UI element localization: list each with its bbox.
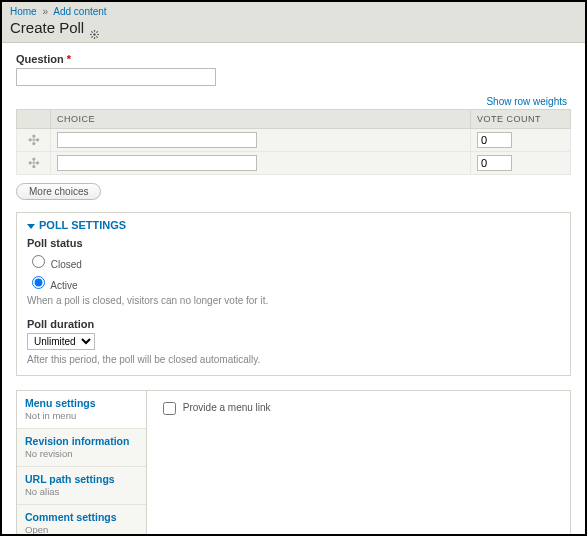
table-row: ✣ — [17, 129, 571, 152]
status-closed-radio[interactable] — [32, 255, 45, 268]
more-choices-button[interactable]: More choices — [16, 183, 101, 200]
th-choice: CHOICE — [51, 110, 471, 129]
tab-summary: Open — [25, 524, 138, 535]
required-marker: * — [67, 53, 71, 65]
poll-settings-legend-text: POLL SETTINGS — [39, 219, 126, 231]
choice-input[interactable] — [57, 132, 257, 148]
vertical-tab-pane: Provide a menu link — [147, 391, 570, 536]
status-active-radio[interactable] — [32, 276, 45, 289]
vote-count-input[interactable] — [477, 155, 512, 171]
breadcrumb: Home » Add content — [10, 6, 577, 17]
status-closed-label: Closed — [51, 259, 82, 270]
poll-settings-legend[interactable]: POLL SETTINGS — [27, 219, 560, 231]
tab-url-path-settings[interactable]: URL path settings No alias — [17, 467, 146, 505]
breadcrumb-home[interactable]: Home — [10, 6, 37, 17]
show-row-weights-link[interactable]: Show row weights — [486, 96, 567, 107]
drag-handle-icon[interactable]: ✣ — [28, 132, 40, 148]
tab-summary: No alias — [25, 486, 138, 497]
tab-revision-information[interactable]: Revision information No revision — [17, 429, 146, 467]
page-title-text: Create Poll — [10, 19, 84, 36]
svg-point-0 — [94, 33, 96, 35]
status-active-label: Active — [50, 280, 77, 291]
tab-summary: No revision — [25, 448, 138, 459]
th-drag — [17, 110, 51, 129]
page-root: Home » Add content Create Poll Question … — [0, 0, 587, 536]
tab-label: URL path settings — [25, 473, 138, 485]
vertical-tabs-list: Menu settings Not in menu Revision infor… — [17, 391, 147, 536]
poll-settings-fieldset: POLL SETTINGS Poll status Closed Active … — [16, 212, 571, 376]
provide-menu-link-label: Provide a menu link — [183, 402, 271, 413]
question-label: Question * — [16, 53, 571, 65]
poll-status-label: Poll status — [27, 237, 560, 249]
gear-icon[interactable] — [90, 25, 99, 34]
tab-label: Menu settings — [25, 397, 138, 409]
svg-line-8 — [92, 36, 93, 37]
vote-count-input[interactable] — [477, 132, 512, 148]
poll-duration-label: Poll duration — [27, 318, 560, 330]
content-area: Question * Show row weights CHOICE VOTE … — [2, 43, 585, 536]
choice-input[interactable] — [57, 155, 257, 171]
tab-label: Revision information — [25, 435, 138, 447]
svg-line-6 — [97, 36, 98, 37]
breadcrumb-sep: » — [39, 6, 51, 17]
page-title: Create Poll — [10, 19, 577, 36]
tab-menu-settings[interactable]: Menu settings Not in menu — [17, 391, 146, 429]
table-row: ✣ — [17, 152, 571, 175]
choices-table: CHOICE VOTE COUNT ✣ ✣ — [16, 109, 571, 175]
question-label-text: Question — [16, 53, 64, 65]
tab-summary: Not in menu — [25, 410, 138, 421]
svg-line-7 — [97, 31, 98, 32]
header-band: Home » Add content Create Poll — [2, 2, 585, 43]
poll-duration-select[interactable]: Unlimited — [27, 333, 95, 350]
vertical-tabs: Menu settings Not in menu Revision infor… — [16, 390, 571, 536]
tab-comment-settings[interactable]: Comment settings Open — [17, 505, 146, 536]
chevron-down-icon — [27, 224, 35, 229]
breadcrumb-add-content[interactable]: Add content — [53, 6, 106, 17]
drag-handle-icon[interactable]: ✣ — [28, 155, 40, 171]
status-help: When a poll is closed, visitors can no l… — [27, 295, 560, 306]
tab-label: Comment settings — [25, 511, 138, 523]
duration-help: After this period, the poll will be clos… — [27, 354, 560, 365]
svg-line-5 — [92, 31, 93, 32]
th-vote: VOTE COUNT — [471, 110, 571, 129]
provide-menu-link-checkbox[interactable] — [163, 402, 176, 415]
question-input[interactable] — [16, 68, 216, 86]
